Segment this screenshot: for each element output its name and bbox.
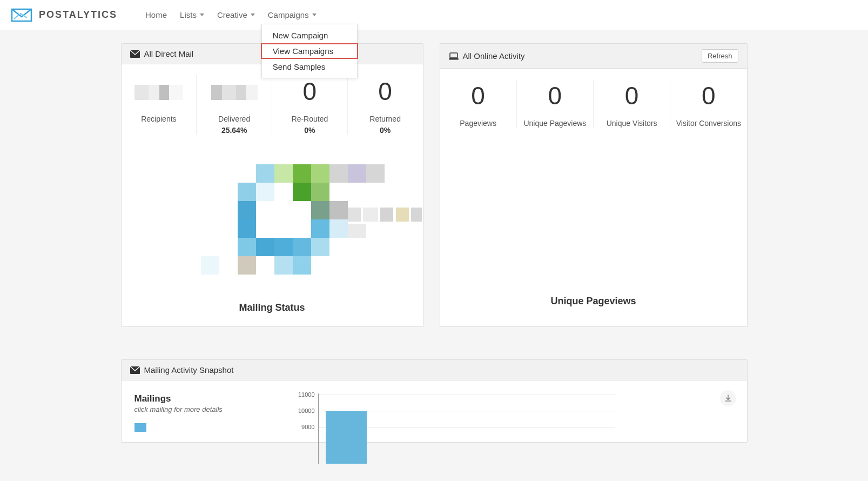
mailings-heading: Mailings [134,393,275,404]
brand-logo[interactable]: POSTALYTICS [11,7,117,23]
stat-label: Unique Visitors [607,118,657,128]
stat-rerouted: 0 Re-Routed 0% [272,75,348,135]
stat-unique-pageviews: 0 Unique Pageviews [517,79,594,128]
stat-label: Pageviews [460,118,496,128]
top-navbar: POSTALYTICS Home Lists Creative Campaign… [0,0,868,30]
envelope-icon [130,366,140,374]
panel-mailing-snapshot: Mailing Activity Snapshot Mailings click… [121,359,748,443]
dropdown-view-campaigns[interactable]: View Campaigns [261,43,358,59]
stat-label: Returned [369,114,401,124]
panel-title: All Online Activity [463,51,525,61]
blurred-value [134,79,183,104]
caret-down-icon [200,14,204,16]
nav-label: Lists [180,10,197,19]
y-tick: 11000 [288,391,315,398]
nav-label: Campaigns [268,10,309,19]
download-icon [724,395,732,402]
stat-pageviews: 0 Pageviews [440,79,517,128]
nav-creative[interactable]: Creative [211,6,261,24]
envelope-logo-icon [11,7,32,23]
stat-visitor-conversions: 0 Visitor Conversions [670,79,746,128]
nav-items: Home Lists Creative Campaigns New Campai… [139,6,323,24]
nav-label: Home [145,10,167,19]
envelope-icon [130,50,140,58]
online-stats: 0 Pageviews 0 Unique Pageviews 0 Unique … [440,69,747,144]
stat-returned: 0 Returned 0% [348,75,423,135]
nav-lists[interactable]: Lists [173,6,211,24]
chart-title: Mailing Status [122,297,423,326]
y-tick: 9000 [288,424,315,430]
dropdown-send-samples[interactable]: Send Samples [262,59,357,75]
mailings-legend: Mailings click mailing for more details [134,393,275,442]
stat-unique-visitors: 0 Unique Visitors [594,79,670,128]
blurred-value [211,79,258,104]
panel-title: All Direct Mail [144,49,194,58]
svg-rect-3 [449,58,459,60]
nav-campaigns[interactable]: Campaigns New Campaign View Campaigns Se… [261,6,323,24]
stat-value: 0 [303,75,317,108]
chart-title: Unique Pageviews [440,290,747,320]
stat-delivered: Delivered 25.64% [197,75,272,135]
snapshot-bar-chart: 11000 10000 9000 [288,393,734,442]
legend-color-swatch [134,423,146,432]
stat-value: 0 [471,79,485,112]
refresh-button[interactable]: Refresh [702,49,738,63]
nav-label: Creative [217,10,247,19]
stat-label: Visitor Conversions [676,118,741,128]
unique-pageviews-chart [440,144,747,290]
stat-value: 0 [378,75,392,108]
panel-header: All Online Activity Refresh [440,44,747,69]
dropdown-new-campaign[interactable]: New Campaign [262,28,357,43]
stat-value: 0 [625,79,639,112]
stat-label: Recipients [141,114,176,124]
caret-down-icon [312,14,317,16]
panel-direct-mail: All Direct Mail Recipients [121,43,423,327]
panel-online-activity: All Online Activity Refresh 0 Pageviews … [440,43,748,327]
stat-value: 0 [548,79,562,112]
stat-percent: 25.64% [221,126,247,135]
nav-home[interactable]: Home [139,6,173,24]
stat-recipients: Recipients [122,75,197,135]
page-body: All Direct Mail Recipients [0,30,868,481]
stat-label: Unique Pageviews [523,118,586,128]
panel-title: Mailing Activity Snapshot [144,365,234,375]
stat-value: 0 [702,79,716,112]
chart-bar[interactable] [326,411,367,464]
caret-down-icon [251,14,255,16]
stat-percent: 0% [304,126,315,135]
y-tick: 10000 [288,407,315,414]
mailing-status-chart [122,151,423,297]
stat-label: Re-Routed [292,114,328,124]
svg-rect-2 [450,53,457,58]
download-button[interactable] [720,390,736,406]
mailings-subtext: click mailing for more details [134,405,275,413]
stat-label: Delivered [218,114,250,124]
laptop-icon [449,52,459,60]
stat-percent: 0% [380,126,391,135]
panel-header: Mailing Activity Snapshot [122,360,747,380]
campaigns-dropdown: New Campaign View Campaigns Send Samples [261,24,358,78]
brand-name: POSTALYTICS [39,9,117,21]
